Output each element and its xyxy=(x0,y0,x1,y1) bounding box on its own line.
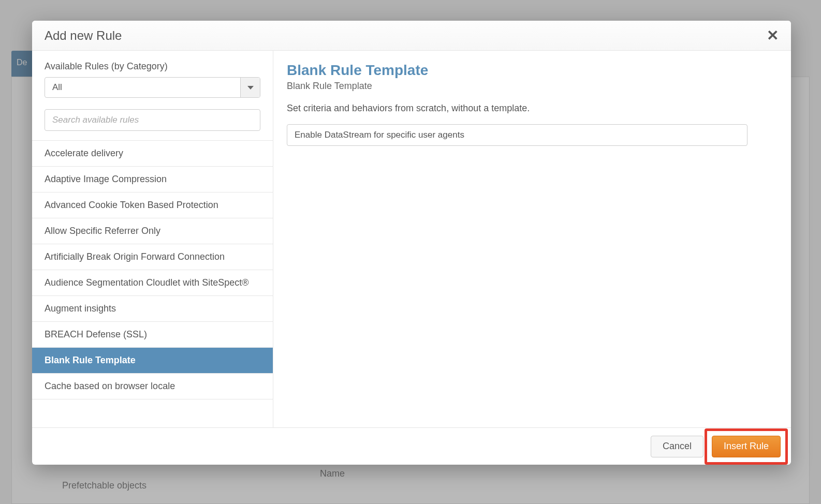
modal-title: Add new Rule xyxy=(45,28,122,43)
template-subtitle: Blank Rule Template xyxy=(287,81,778,92)
cancel-button[interactable]: Cancel xyxy=(651,436,703,457)
modal-header: Add new Rule ✕ xyxy=(32,21,791,51)
rule-list-pane: Available Rules (by Category) All Accele… xyxy=(32,51,273,427)
modal-footer: Cancel Insert Rule xyxy=(32,427,791,465)
rule-name-input[interactable] xyxy=(287,124,747,146)
chevron-down-icon xyxy=(240,78,260,97)
rule-item[interactable]: Augment insights xyxy=(32,296,273,322)
rule-item[interactable]: Accelerate delivery xyxy=(32,141,273,167)
rule-list[interactable]: Accelerate deliveryAdaptive Image Compre… xyxy=(32,140,273,427)
rule-item[interactable]: Cache based on browser locale xyxy=(32,374,273,399)
filter-label: Available Rules (by Category) xyxy=(45,61,260,72)
rule-item[interactable]: Audience Segmentation Cloudlet with Site… xyxy=(32,270,273,296)
rule-item[interactable]: BREACH Defense (SSL) xyxy=(32,322,273,348)
category-select[interactable]: All xyxy=(45,77,260,98)
rule-item[interactable]: Allow Specific Referrer Only xyxy=(32,218,273,244)
rule-item[interactable]: Adaptive Image Compression xyxy=(32,167,273,192)
template-description: Set criteria and behaviors from scratch,… xyxy=(287,103,778,114)
close-icon[interactable]: ✕ xyxy=(767,28,779,43)
category-select-value: All xyxy=(45,78,240,97)
modal-body: Available Rules (by Category) All Accele… xyxy=(32,51,791,427)
template-title: Blank Rule Template xyxy=(287,62,778,79)
rule-item[interactable]: Artificially Break Origin Forward Connec… xyxy=(32,244,273,270)
filter-area: Available Rules (by Category) All xyxy=(32,51,273,140)
rule-item[interactable]: Advanced Cookie Token Based Protection xyxy=(32,192,273,218)
template-pane: Blank Rule Template Blank Rule Template … xyxy=(273,51,791,427)
search-input[interactable] xyxy=(45,109,260,131)
insert-rule-button[interactable]: Insert Rule xyxy=(712,436,781,457)
rule-item[interactable]: Blank Rule Template xyxy=(32,348,273,374)
add-rule-modal: Add new Rule ✕ Available Rules (by Categ… xyxy=(32,21,791,465)
